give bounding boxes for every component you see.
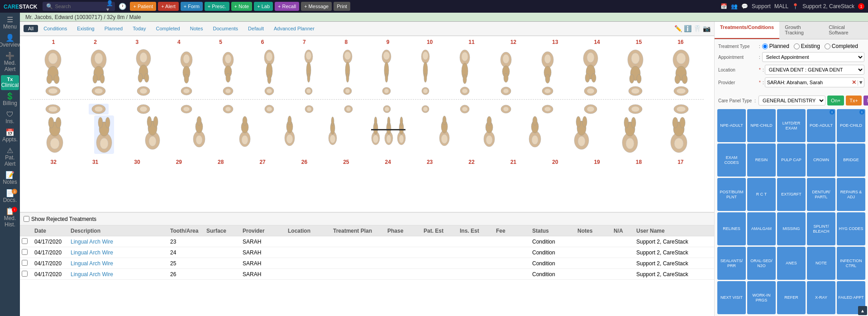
tooth-24[interactable] bbox=[382, 115, 395, 149]
note-plus-button[interactable]: Note+ bbox=[863, 96, 868, 105]
tab-today[interactable]: Today bbox=[128, 25, 150, 32]
sidebar-item-appts[interactable]: 📅 Appts. bbox=[1, 127, 19, 144]
tooth-18[interactable] bbox=[620, 115, 640, 154]
proc-hyg-codes[interactable]: HYG CODES bbox=[837, 212, 865, 245]
row-checkbox-4[interactable] bbox=[22, 271, 28, 277]
tooth-12[interactable] bbox=[498, 51, 514, 85]
tooth-17[interactable] bbox=[669, 115, 689, 154]
tooth-5[interactable] bbox=[220, 51, 236, 85]
tab-advanced-planner[interactable]: Advanced Planner bbox=[269, 25, 319, 32]
search-box[interactable]: 🔍 👤▾ bbox=[43, 2, 115, 11]
add-patient-button[interactable]: + Patient bbox=[130, 2, 156, 11]
tooth-26[interactable] bbox=[326, 115, 339, 149]
radio-completed[interactable] bbox=[825, 43, 830, 49]
proc-oral-sed-n2o[interactable]: ORAL-SED/ N2O bbox=[747, 247, 776, 280]
row-checkbox-3[interactable] bbox=[22, 260, 28, 266]
tooth-22[interactable] bbox=[437, 115, 452, 149]
support-link[interactable]: Support bbox=[752, 3, 771, 10]
tooth-14[interactable] bbox=[582, 48, 600, 85]
add-presc-button[interactable]: + Presc. bbox=[205, 2, 229, 11]
sidebar-item-overview[interactable]: 👤 Overview bbox=[1, 33, 19, 50]
proc-repairs-adj[interactable]: REPAIRS & ADJ bbox=[837, 178, 865, 211]
camera-icon[interactable]: 📷 bbox=[703, 25, 711, 32]
proc-splint-bleach[interactable]: SPLINT/ BLEACH bbox=[807, 212, 835, 245]
add-message-button[interactable]: + Message bbox=[301, 2, 332, 11]
tab-treatments-conditions[interactable]: Treatments/Conditions bbox=[715, 22, 779, 39]
tooth-7[interactable] bbox=[302, 48, 315, 85]
sidebar-item-docs[interactable]: 📄 Docs. 3 bbox=[1, 188, 19, 205]
proc-x-ray[interactable]: X-RAY bbox=[807, 281, 835, 314]
tooth-32[interactable] bbox=[45, 115, 65, 154]
proc-poe-adult[interactable]: POE-ADULT i bbox=[807, 109, 835, 142]
on-plus-button[interactable]: On+ bbox=[827, 96, 844, 105]
proc-dentur-partl[interactable]: DENTUR/ PARTL bbox=[807, 178, 835, 211]
tab-planned[interactable]: Planned bbox=[100, 25, 127, 32]
row-desc-link-3[interactable]: Lingual Arch Wire bbox=[71, 260, 113, 267]
sidebar-item-billing[interactable]: 💲 Billing bbox=[1, 91, 19, 108]
tab-documents[interactable]: Documents bbox=[208, 25, 243, 32]
tab-notes[interactable]: Notes bbox=[186, 25, 208, 32]
proc-anes[interactable]: ANES bbox=[777, 247, 806, 280]
tooth-3[interactable] bbox=[134, 48, 153, 85]
sidebar-item-med-hist[interactable]: 📋 Med. Hist. ! bbox=[1, 206, 19, 230]
proc-amalgam[interactable]: AMALGAM bbox=[747, 212, 776, 245]
search-input[interactable] bbox=[55, 4, 105, 9]
tooth-20[interactable] bbox=[527, 115, 543, 149]
proc-infection-ctrl[interactable]: INFECTION CTRL bbox=[837, 247, 865, 280]
proc-next-visit[interactable]: NEXT VISIT bbox=[717, 281, 746, 314]
proc-refer[interactable]: REFER bbox=[777, 281, 806, 314]
proc-ext-grft[interactable]: EXT/GRFT bbox=[777, 178, 806, 211]
proc-work-in-prgs[interactable]: WORK-IN PRGS bbox=[747, 281, 776, 314]
location-select[interactable]: GENEVA DENT : GENEVA DENT bbox=[765, 65, 864, 75]
sidebar-item-med-alert[interactable]: ➕ Med. Alert bbox=[1, 51, 19, 74]
radio-completed-label[interactable]: Completed bbox=[825, 43, 858, 49]
tab-existing[interactable]: Existing bbox=[72, 25, 99, 32]
add-lab-button[interactable]: + Lab bbox=[254, 2, 273, 11]
tooth-8[interactable] bbox=[341, 48, 354, 85]
tooth-23[interactable] bbox=[395, 115, 408, 149]
row-checkbox-2[interactable] bbox=[22, 249, 28, 255]
show-rejected-checkbox[interactable] bbox=[24, 216, 29, 222]
tooth-16[interactable] bbox=[671, 48, 691, 85]
tx-plus-button[interactable]: Tx+ bbox=[846, 96, 862, 105]
tab-conditions[interactable]: Conditions bbox=[39, 25, 72, 32]
sidebar-item-pat-alert[interactable]: ⚠ Pat. Alert bbox=[1, 145, 19, 169]
proc-bridge[interactable]: BRIDGE bbox=[837, 144, 865, 177]
row-checkbox-1[interactable] bbox=[22, 238, 28, 244]
pencil-icon[interactable]: ✏️ bbox=[674, 25, 682, 32]
provider-dropdown-button[interactable]: ▾ bbox=[859, 79, 862, 86]
tooth-icon[interactable]: 🦷 bbox=[693, 25, 701, 32]
sidebar-item-menu[interactable]: ☰ Menu bbox=[1, 14, 19, 32]
row-desc-link-4[interactable]: Lingual Arch Wire bbox=[71, 271, 113, 278]
proc-note[interactable]: NOTE bbox=[807, 247, 835, 280]
tab-growth-tracking[interactable]: Growth Tracking bbox=[779, 22, 823, 39]
tooth-27[interactable] bbox=[282, 115, 297, 149]
tab-completed[interactable]: Completed bbox=[151, 25, 184, 32]
row-desc-link-2[interactable]: Lingual Arch Wire bbox=[71, 249, 113, 256]
radio-existing-label[interactable]: Existing bbox=[794, 43, 820, 49]
provider-clear-button[interactable]: ✕ bbox=[852, 79, 856, 86]
radio-planned[interactable] bbox=[762, 43, 768, 49]
sidebar-item-notes[interactable]: 📝 Notes bbox=[1, 170, 19, 187]
tooth-15[interactable] bbox=[625, 48, 645, 85]
tab-default[interactable]: Default bbox=[243, 25, 268, 32]
proc-lmtd-er-exam[interactable]: LMTD/ER EXAM bbox=[777, 109, 806, 142]
appointment-select[interactable]: Select Appointment bbox=[762, 52, 864, 62]
proc-post-bu-im-plnt[interactable]: POST/BU/IM PLNT bbox=[717, 178, 746, 211]
tooth-11[interactable] bbox=[458, 48, 472, 85]
tooth-29[interactable] bbox=[191, 115, 207, 149]
tooth-19[interactable] bbox=[572, 115, 591, 152]
tab-all[interactable]: All bbox=[24, 25, 38, 32]
row-desc-link-1[interactable]: Lingual Arch Wire bbox=[71, 239, 113, 245]
tooth-21[interactable] bbox=[481, 115, 497, 149]
proc-rct[interactable]: R C T bbox=[747, 178, 776, 211]
tooth-6[interactable] bbox=[262, 48, 277, 85]
proc-pulp-cap[interactable]: PULP CAP bbox=[777, 144, 806, 177]
proc-poe-child[interactable]: POE-CHILD i bbox=[837, 109, 865, 142]
mall-link[interactable]: MALL bbox=[774, 3, 788, 10]
proc-exam-codes[interactable]: EXAM CODES bbox=[717, 144, 746, 177]
proc-missing[interactable]: MISSING bbox=[777, 212, 806, 245]
add-recall-button[interactable]: + Recall bbox=[275, 2, 299, 11]
proc-sealants-prr[interactable]: SEALANTS/ PRR bbox=[717, 247, 746, 280]
tooth-9[interactable] bbox=[380, 48, 393, 85]
